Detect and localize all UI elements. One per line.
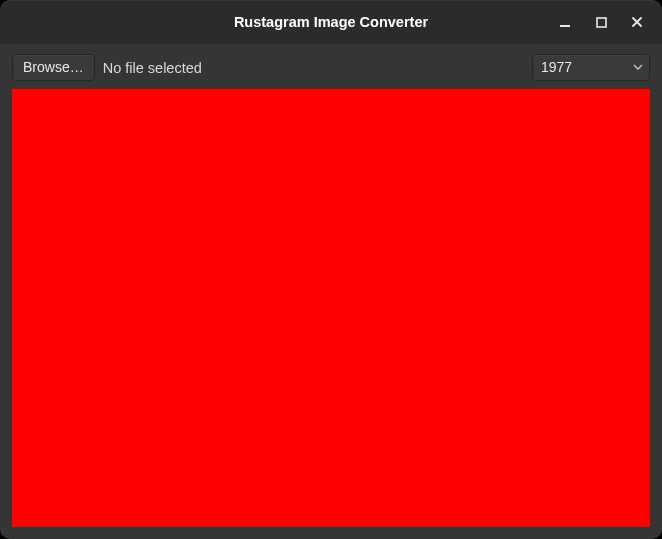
window-controls: [554, 11, 662, 33]
svg-rect-0: [560, 25, 570, 27]
minimize-button[interactable]: [554, 11, 576, 33]
filter-combobox[interactable]: 1977: [532, 54, 650, 81]
maximize-button[interactable]: [590, 11, 612, 33]
close-button[interactable]: [626, 11, 648, 33]
maximize-icon: [596, 17, 607, 28]
minimize-icon: [559, 16, 571, 28]
content-area: Browse… No file selected 1977: [0, 44, 662, 539]
browse-button[interactable]: Browse…: [12, 54, 95, 81]
file-status-label: No file selected: [103, 60, 202, 76]
chevron-down-icon: [633, 59, 643, 75]
close-icon: [631, 16, 643, 28]
svg-rect-1: [597, 18, 606, 27]
toolbar: Browse… No file selected 1977: [0, 44, 662, 89]
app-window: Rustagram Image Converter Browse… No: [0, 0, 662, 539]
filter-selected-label: 1977: [541, 59, 572, 75]
titlebar: Rustagram Image Converter: [0, 0, 662, 44]
image-preview: [12, 89, 650, 527]
image-area: [12, 89, 650, 527]
